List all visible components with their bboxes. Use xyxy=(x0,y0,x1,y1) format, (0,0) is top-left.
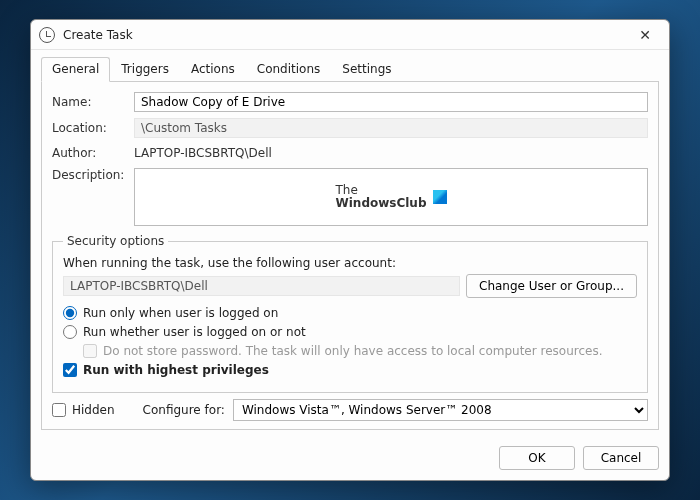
dialog-body: General Triggers Actions Conditions Sett… xyxy=(31,50,669,438)
watermark: The WindowsClub xyxy=(335,184,446,210)
check-no-store-pw-label: Do not store password. The task will onl… xyxy=(103,344,602,358)
security-legend: Security options xyxy=(63,234,168,248)
windows-logo-icon xyxy=(433,190,447,204)
author-label: Author: xyxy=(52,146,128,160)
author-value: LAPTOP-IBCSBRTQ\Dell xyxy=(134,144,648,162)
ok-button[interactable]: OK xyxy=(499,446,575,470)
tab-actions[interactable]: Actions xyxy=(180,57,246,82)
brand-line2: WindowsClub xyxy=(335,197,426,210)
radio-logged-on-input[interactable] xyxy=(63,306,77,320)
check-hidden-input[interactable] xyxy=(52,403,66,417)
check-no-store-pw-input xyxy=(83,344,97,358)
description-input[interactable]: The WindowsClub xyxy=(134,168,648,226)
tab-strip: General Triggers Actions Conditions Sett… xyxy=(41,56,659,82)
titlebar: Create Task ✕ xyxy=(31,20,669,50)
check-highest-priv-label: Run with highest privileges xyxy=(83,363,269,377)
tab-settings[interactable]: Settings xyxy=(331,57,402,82)
close-icon[interactable]: ✕ xyxy=(629,23,661,47)
tab-triggers[interactable]: Triggers xyxy=(110,57,180,82)
dialog-footer: OK Cancel xyxy=(31,438,669,480)
location-value: \Custom Tasks xyxy=(134,118,648,138)
clock-icon xyxy=(39,27,55,43)
tab-general[interactable]: General xyxy=(41,57,110,82)
change-user-button[interactable]: Change User or Group... xyxy=(466,274,637,298)
tab-general-content: Name: Location: \Custom Tasks Author: LA… xyxy=(41,82,659,430)
radio-whether[interactable]: Run whether user is logged on or not xyxy=(63,325,637,339)
window-title: Create Task xyxy=(63,28,629,42)
name-input[interactable] xyxy=(134,92,648,112)
account-value: LAPTOP-IBCSBRTQ\Dell xyxy=(63,276,460,296)
cancel-button[interactable]: Cancel xyxy=(583,446,659,470)
radio-logged-on[interactable]: Run only when user is logged on xyxy=(63,306,637,320)
radio-whether-input[interactable] xyxy=(63,325,77,339)
check-highest-priv[interactable]: Run with highest privileges xyxy=(63,363,637,377)
configure-label: Configure for: xyxy=(143,403,225,417)
location-label: Location: xyxy=(52,121,128,135)
radio-logged-on-label: Run only when user is logged on xyxy=(83,306,278,320)
radio-whether-label: Run whether user is logged on or not xyxy=(83,325,306,339)
tab-conditions[interactable]: Conditions xyxy=(246,57,332,82)
check-hidden[interactable]: Hidden xyxy=(52,403,115,417)
name-label: Name: xyxy=(52,95,128,109)
security-options: Security options When running the task, … xyxy=(52,234,648,393)
run-as-label: When running the task, use the following… xyxy=(63,256,637,270)
check-hidden-label: Hidden xyxy=(72,403,115,417)
create-task-dialog: Create Task ✕ General Triggers Actions C… xyxy=(30,19,670,481)
check-no-store-pw: Do not store password. The task will onl… xyxy=(83,344,637,358)
check-highest-priv-input[interactable] xyxy=(63,363,77,377)
configure-select[interactable]: Windows Vista™, Windows Server™ 2008 xyxy=(233,399,648,421)
description-label: Description: xyxy=(52,168,128,182)
